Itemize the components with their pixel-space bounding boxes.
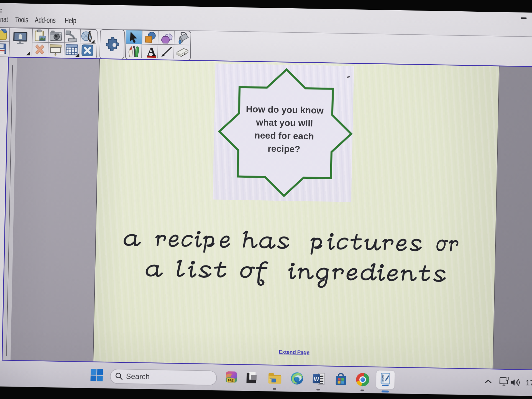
svg-text:W: W bbox=[314, 376, 319, 382]
svg-text:PRE: PRE bbox=[228, 379, 234, 382]
